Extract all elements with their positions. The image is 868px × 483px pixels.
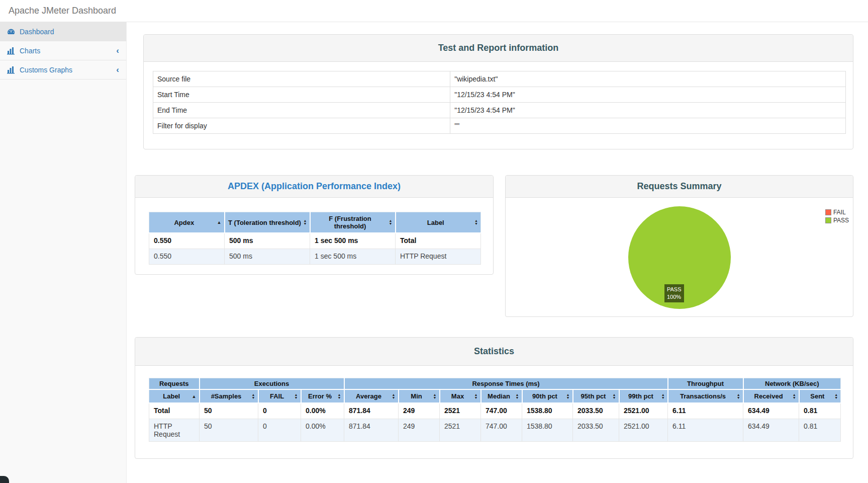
sidebar-item-dashboard[interactable]: Dashboard bbox=[0, 22, 126, 41]
cell: 747.00 bbox=[481, 403, 522, 419]
panel-header: Requests Summary bbox=[506, 176, 853, 198]
column-header-fail[interactable]: FAIL▲▼ bbox=[258, 389, 301, 403]
pass-color-swatch bbox=[825, 217, 831, 223]
sidebar-item-charts[interactable]: Charts ‹ bbox=[0, 41, 126, 60]
column-header-label[interactable]: Label ▲▼ bbox=[396, 212, 481, 233]
test-report-info-panel: Test and Report information Source file … bbox=[143, 34, 853, 149]
column-header-received[interactable]: Received▲▼ bbox=[743, 389, 799, 403]
cell: 6.11 bbox=[668, 419, 743, 441]
panel-title: Test and Report information bbox=[438, 43, 559, 53]
sort-both-icon: ▲▼ bbox=[252, 393, 255, 399]
cell: 0.81 bbox=[799, 403, 841, 419]
cell: 50 bbox=[200, 403, 258, 419]
sidebar-item-label: Customs Graphs bbox=[20, 66, 72, 74]
legend-item-pass[interactable]: PASS bbox=[825, 217, 849, 224]
column-header-median[interactable]: Median▲▼ bbox=[481, 389, 522, 403]
table-row: 0.550 500 ms 1 sec 500 ms Total bbox=[149, 233, 481, 249]
column-header-label[interactable]: Label▲ bbox=[149, 389, 200, 403]
column-header-min[interactable]: Min▲▼ bbox=[399, 389, 440, 403]
group-header-response-times: Response Times (ms) bbox=[344, 378, 668, 390]
table-row: Filter for display "" bbox=[153, 118, 846, 134]
dashboard-gauge-icon bbox=[7, 28, 15, 36]
sort-both-icon: ▲▼ bbox=[389, 219, 393, 225]
panel-header: APDEX (Application Performance Index) bbox=[135, 176, 493, 198]
sidebar-item-customs-graphs[interactable]: Customs Graphs ‹ bbox=[0, 60, 126, 79]
sort-both-icon: ▲▼ bbox=[737, 393, 740, 399]
sort-both-icon: ▲▼ bbox=[566, 393, 570, 399]
column-header-error[interactable]: Error %▲▼ bbox=[301, 389, 344, 403]
requests-summary-panel: Requests Summary PASS 100% FAIL PASS bbox=[505, 175, 853, 317]
cell: 249 bbox=[399, 403, 440, 419]
cell: 1 sec 500 ms bbox=[310, 233, 396, 249]
info-value: "12/15/23 4:54 PM" bbox=[450, 103, 846, 118]
panel-header: Test and Report information bbox=[144, 35, 853, 62]
cell: 1538.80 bbox=[522, 419, 573, 441]
column-header-transactions[interactable]: Transactions/s▲▼ bbox=[668, 389, 743, 403]
sort-both-icon: ▲▼ bbox=[433, 393, 437, 399]
column-header-max[interactable]: Max▲▼ bbox=[440, 389, 481, 403]
sort-asc-icon: ▲ bbox=[192, 394, 197, 398]
column-header-99th[interactable]: 99th pct▲▼ bbox=[619, 389, 668, 403]
column-header-90th[interactable]: 90th pct▲▼ bbox=[522, 389, 573, 403]
sort-both-icon: ▲▼ bbox=[793, 393, 796, 399]
cell: 0 bbox=[258, 419, 301, 441]
sort-both-icon: ▲▼ bbox=[516, 393, 519, 399]
column-header-toleration[interactable]: T (Toleration threshold) ▲▼ bbox=[225, 212, 310, 233]
info-label: Start Time bbox=[153, 87, 450, 103]
cell: HTTP Request bbox=[149, 419, 200, 441]
cell: 0.81 bbox=[799, 419, 841, 441]
table-row: End Time "12/15/23 4:54 PM" bbox=[153, 103, 846, 118]
sidebar: Dashboard Charts ‹ Customs Graphs ‹ bbox=[0, 22, 127, 483]
chevron-left-icon: ‹ bbox=[116, 46, 119, 55]
cell: 2033.50 bbox=[573, 419, 619, 441]
table-row: Start Time "12/15/23 4:54 PM" bbox=[153, 87, 846, 103]
cell: 1538.80 bbox=[522, 403, 573, 419]
bar-chart-icon bbox=[7, 66, 15, 74]
group-header-network: Network (KB/sec) bbox=[743, 378, 841, 390]
group-header-throughput: Throughput bbox=[668, 378, 743, 390]
sort-both-icon: ▲▼ bbox=[295, 393, 298, 399]
sidebar-item-label: Charts bbox=[20, 47, 40, 55]
legend-item-fail[interactable]: FAIL bbox=[825, 209, 849, 216]
cell: 1 sec 500 ms bbox=[310, 249, 396, 264]
column-header-average[interactable]: Average▲▼ bbox=[344, 389, 399, 403]
sort-both-icon: ▲▼ bbox=[661, 393, 665, 399]
pie-slice-label: PASS 100% bbox=[664, 284, 684, 302]
sort-both-icon: ▲▼ bbox=[474, 219, 478, 225]
cell: 871.84 bbox=[344, 403, 399, 419]
cell: 2033.50 bbox=[573, 403, 619, 419]
statistics-panel: Statistics Requests Executions Response … bbox=[135, 337, 853, 459]
cell: 0.550 bbox=[149, 233, 225, 249]
cell: Total bbox=[396, 233, 481, 249]
jmeter-dashboard-screen: Apache JMeter Dashboard Dashboard Charts… bbox=[0, 0, 868, 483]
cell: 871.84 bbox=[344, 419, 399, 441]
info-value: "wikipedia.txt" bbox=[450, 71, 846, 87]
table-row-total: Total 50 0 0.00% 871.84 249 2521 747.00 … bbox=[149, 403, 841, 419]
group-header-executions: Executions bbox=[200, 378, 344, 390]
test-info-table: Source file "wikipedia.txt" Start Time "… bbox=[153, 71, 846, 134]
column-header-frustration[interactable]: F (Frustration threshold) ▲▼ bbox=[310, 212, 396, 233]
column-header-samples[interactable]: #Samples▲▼ bbox=[200, 389, 258, 403]
cell: 500 ms bbox=[225, 233, 310, 249]
sort-both-icon: ▲▼ bbox=[613, 393, 616, 399]
panel-title: APDEX (Application Performance Index) bbox=[228, 181, 401, 192]
cell: 634.49 bbox=[743, 419, 799, 441]
group-header-requests: Requests bbox=[149, 378, 200, 390]
cell: 6.11 bbox=[668, 403, 743, 419]
table-row: Source file "wikipedia.txt" bbox=[153, 71, 846, 87]
sort-both-icon: ▲▼ bbox=[304, 219, 307, 225]
cell: 0.00% bbox=[301, 403, 344, 419]
panel-header: Statistics bbox=[135, 338, 853, 366]
info-label: Source file bbox=[153, 71, 450, 87]
statistics-table: Requests Executions Response Times (ms) … bbox=[149, 378, 841, 442]
column-header-95th[interactable]: 95th pct▲▼ bbox=[573, 389, 619, 403]
info-value: "" bbox=[450, 118, 846, 134]
cell: HTTP Request bbox=[396, 249, 481, 264]
cell: 0 bbox=[258, 403, 301, 419]
info-value: "12/15/23 4:54 PM" bbox=[450, 87, 846, 103]
sort-both-icon: ▲▼ bbox=[474, 393, 478, 399]
column-header-apdex[interactable]: Apdex ▲ bbox=[149, 212, 225, 233]
column-header-sent[interactable]: Sent▲▼ bbox=[799, 389, 841, 403]
cell: 0.550 bbox=[149, 249, 225, 264]
sort-asc-icon: ▲ bbox=[217, 220, 222, 225]
